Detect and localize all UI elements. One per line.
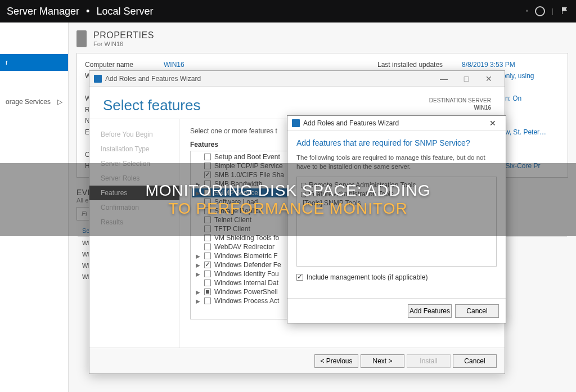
sep: | — [552, 7, 554, 15]
app-title: Server Manager — [7, 6, 79, 17]
sidebar-item-local-server[interactable]: r — [0, 54, 68, 71]
checkbox-icon[interactable] — [204, 298, 211, 304]
close-button[interactable]: ✕ — [478, 74, 500, 83]
wizard-app-icon — [94, 75, 102, 83]
feature-label: Windows Internal Dat — [214, 279, 278, 287]
feature-label: Windows Biometric F — [214, 252, 278, 260]
minimize-button[interactable]: — — [433, 74, 455, 83]
checkbox-icon[interactable] — [204, 199, 211, 205]
wizard-step-features[interactable]: Features — [89, 186, 179, 200]
tree-item[interactable]: ▢Remote Server Administration Tools — [300, 181, 493, 190]
sidebar: r orage Services ▷ — [0, 22, 69, 392]
checkbox-icon[interactable] — [204, 262, 211, 268]
checkbox-icon[interactable] — [204, 280, 211, 286]
snmp-dialog: Add Roles and Features Wizard ✕ Add feat… — [287, 115, 506, 323]
wizard-step-before you begin[interactable]: Before You Begin — [89, 127, 179, 142]
properties-sub: For WIN16 — [93, 40, 154, 47]
feature-label: Windows PowerShell — [214, 288, 278, 296]
app-titlebar: Server Manager • Local Server • | — [0, 0, 576, 22]
tree-item[interactable]: [Tools] SNMP Tools — [300, 199, 493, 208]
feature-label: SNMP Service — [214, 189, 258, 197]
flag-icon[interactable] — [560, 6, 569, 17]
expand-icon[interactable]: ▶ — [195, 289, 201, 295]
tree-label: Remote Server Administration Tools — [309, 181, 416, 189]
prop-label: Computer name — [85, 61, 164, 69]
wizard-title: Add Roles and Features Wizard — [105, 75, 201, 83]
expand-icon[interactable]: ▶ — [195, 298, 201, 304]
wizard-step-confirmation[interactable]: Confirmation — [89, 200, 179, 215]
feature-label: SMB 1.0/CIFS File Sha — [214, 171, 284, 179]
checkbox-icon[interactable] — [204, 244, 211, 250]
feature-label: Software Load — [214, 198, 258, 206]
chevron-right-icon: ▷ — [57, 98, 62, 106]
cancel-button[interactable]: Cancel — [453, 354, 497, 368]
dest-value: WIN16 — [429, 104, 491, 111]
expand-icon[interactable]: ▶ — [195, 271, 201, 277]
snmp-titlebar[interactable]: Add Roles and Features Wizard ✕ — [287, 116, 506, 130]
close-icon[interactable]: ✕ — [484, 119, 501, 128]
property-row: Computer nameWIN16 Last installed update… — [85, 59, 560, 70]
feature-label: SMB Bandwidth — [214, 180, 262, 188]
previous-button[interactable]: < Previous — [314, 354, 358, 368]
next-button[interactable]: Next > — [361, 354, 404, 368]
wizard-heading: Select features — [103, 97, 200, 114]
expand-icon[interactable]: ▶ — [195, 190, 201, 196]
prop-label: Last installed updates — [377, 61, 462, 69]
snmp-cancel-button[interactable]: Cancel — [455, 304, 499, 318]
checkbox-icon[interactable] — [204, 181, 211, 187]
expand-icon[interactable]: ▶ — [195, 181, 201, 187]
sidebar-item-storage[interactable]: orage Services ▷ — [0, 93, 68, 110]
feature-label: Windows Defender Fe — [214, 261, 281, 269]
refresh-icon[interactable] — [535, 6, 545, 16]
feature-label: Storage Replica — [214, 207, 262, 215]
wizard-step-server roles[interactable]: Server Roles — [89, 171, 179, 186]
checkbox-icon[interactable] — [204, 289, 211, 295]
snmp-title: Add Roles and Features Wizard — [303, 119, 399, 127]
add-features-button[interactable]: Add Features — [408, 304, 452, 318]
expand-icon[interactable]: ▶ — [195, 262, 201, 268]
include-tools-checkbox[interactable]: Include management tools (if applicable) — [296, 273, 497, 281]
checkbox-icon[interactable] — [204, 208, 211, 214]
feature-label: VM Shielding Tools fo — [214, 234, 279, 242]
wizard-step-server selection[interactable]: Server Selection — [89, 156, 179, 171]
checkbox-icon[interactable] — [204, 226, 211, 232]
wizard-step-installation type[interactable]: Installation Type — [89, 142, 179, 156]
feature-label: WebDAV Redirector — [214, 243, 274, 251]
wizard-step-results[interactable]: Results — [89, 215, 179, 229]
tree-label: [Tools] SNMP Tools — [303, 199, 361, 207]
checkbox-icon — [296, 274, 303, 281]
dest-label: DESTINATION SERVER — [429, 97, 491, 104]
breadcrumb: Local Server — [96, 6, 153, 17]
include-tools-label: Include management tools (if applicable) — [307, 273, 428, 281]
checkbox-icon[interactable] — [204, 190, 211, 196]
sidebar-label: orage Services — [6, 98, 51, 106]
snmp-heading: Add features that are required for SNMP … — [296, 138, 497, 147]
tools-tree[interactable]: ▢Remote Server Administration Tools▢Feat… — [296, 177, 497, 267]
wizard-titlebar[interactable]: Add Roles and Features Wizard — □ ✕ — [89, 71, 505, 87]
install-button: Install — [407, 354, 451, 368]
maximize-button[interactable]: □ — [455, 74, 478, 83]
tree-item[interactable]: ▢Feature Administration Tools — [300, 190, 493, 199]
collapse-icon[interactable]: ▢ — [300, 190, 307, 198]
checkbox-icon[interactable] — [204, 172, 211, 178]
checkbox-icon[interactable] — [204, 271, 211, 277]
checkbox-icon[interactable] — [204, 217, 211, 223]
checkbox-icon[interactable] — [204, 154, 211, 160]
feature-label: Simple TCP/IP Service — [214, 162, 283, 170]
feature-label: TFTP Client — [214, 225, 250, 233]
tree-label: Feature Administration Tools — [309, 190, 394, 198]
prop-value[interactable]: 8/8/2019 3:53 PM — [462, 61, 515, 69]
feature-label: Telnet Client — [214, 216, 251, 224]
dialog-app-icon — [292, 119, 300, 127]
prop-value[interactable]: WIN16 — [164, 61, 184, 69]
wizard-nav: Before You BeginInstallation TypeServer … — [89, 119, 179, 355]
expand-icon[interactable]: ▶ — [195, 253, 201, 259]
properties-heading: PROPERTIES — [93, 30, 154, 40]
server-icon — [76, 30, 87, 47]
feature-label: Windows Identity Fou — [214, 270, 279, 278]
checkbox-icon[interactable] — [204, 253, 211, 259]
collapse-icon[interactable]: ▢ — [300, 181, 307, 189]
snmp-description: The following tools are required to mana… — [296, 153, 497, 171]
checkbox-icon[interactable] — [204, 163, 211, 169]
checkbox-icon[interactable] — [204, 235, 211, 241]
